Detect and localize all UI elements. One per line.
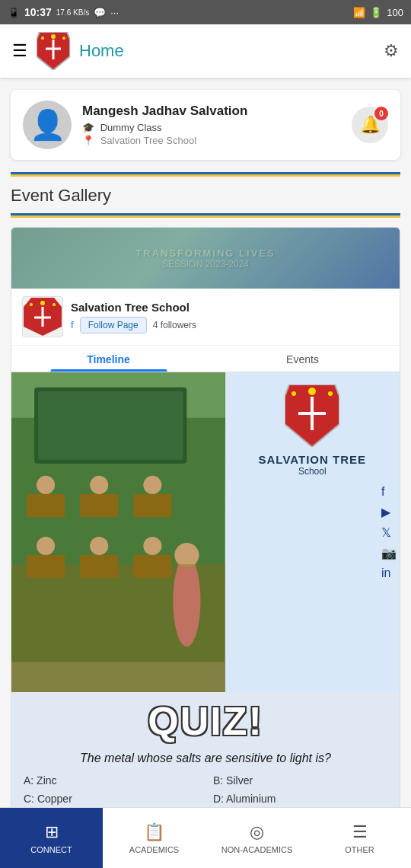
academics-icon: 📋 — [144, 822, 164, 842]
bell-wrapper: 🔔 0 — [352, 107, 388, 143]
profile-class: 🎓 Dummy Class — [82, 122, 344, 133]
social-icons-strip: f ▶ 𝕏 📷 in — [381, 485, 397, 580]
svg-rect-14 — [38, 391, 183, 460]
tab-timeline[interactable]: Timeline — [11, 346, 206, 372]
svg-point-19 — [90, 476, 108, 494]
svg-rect-21 — [27, 555, 65, 578]
avatar-icon: 👤 — [30, 108, 65, 142]
wifi-icon: 📶 — [353, 7, 365, 18]
quiz-post: SALVATION TREE School f ▶ 𝕏 📷 in QUIZ! T… — [11, 372, 400, 814]
profile-card: 👤 Mangesh Jadhav Salvation 🎓 Dummy Class… — [11, 90, 400, 160]
svg-point-8 — [40, 301, 45, 305]
battery-level: 100 — [387, 7, 403, 18]
svg-rect-16 — [80, 494, 118, 517]
svg-rect-23 — [133, 555, 171, 578]
data-speed: 17.6 KB/s — [56, 8, 89, 17]
nav-academics[interactable]: 📋 ACADEMICS — [103, 808, 206, 868]
profile-info: Mangesh Jadhav Salvation 🎓 Dummy Class 📍… — [82, 104, 344, 146]
nav-academics-label: ACADEMICS — [129, 845, 179, 854]
svg-point-4 — [62, 37, 65, 40]
school-name-large: SALVATION TREE — [259, 453, 367, 466]
quiz-option-d: D: Aluminium — [213, 793, 387, 805]
fb-tabs: Timeline Events — [11, 346, 400, 372]
header-title: Home — [79, 41, 384, 61]
svg-point-32 — [308, 388, 316, 395]
svg-point-18 — [37, 476, 55, 494]
status-left: 📱 10:37 17.6 KB/s 💬 ··· — [8, 6, 119, 18]
nav-non-academics-label: NON-ACADEMICS — [221, 845, 293, 854]
svg-rect-17 — [133, 494, 171, 517]
section-divider-2 — [11, 213, 400, 218]
profile-name: Mangesh Jadhav Salvation — [82, 104, 344, 119]
hamburger-menu[interactable]: ☰ — [12, 41, 27, 61]
facebook-icon: f — [71, 319, 74, 330]
nav-connect[interactable]: ⊞ CONNECT — [0, 808, 103, 868]
instagram-social-icon: 📷 — [381, 546, 397, 560]
notification-badge: 0 — [374, 107, 388, 120]
fb-page-logo — [22, 296, 63, 337]
fb-follow-row: f Follow Page 4 followers — [71, 317, 196, 333]
bottom-navigation: ⊞ CONNECT 📋 ACADEMICS ◎ NON-ACADEMICS ☰ … — [0, 807, 411, 868]
fb-cover-photo: TRANSFORMING LIVES SESSION 2023-2024 — [11, 228, 400, 289]
connect-icon: ⊞ — [45, 822, 59, 842]
facebook-social-icon: f — [381, 485, 397, 499]
svg-point-34 — [328, 391, 333, 396]
classroom-photo — [11, 372, 225, 692]
profile-school: 📍 Salvation Tree School — [82, 135, 344, 146]
facebook-embed: TRANSFORMING LIVES SESSION 2023-2024 Sal… — [11, 227, 400, 815]
fb-page-header: Salvation Tree School f Follow Page 4 fo… — [11, 289, 400, 346]
quiz-question: The metal whose salts are sensitive to l… — [24, 752, 387, 765]
fb-followers-count: 4 followers — [153, 320, 196, 330]
whatsapp-icon: 💬 — [94, 7, 106, 18]
school-shield-large — [285, 385, 339, 447]
location-icon: 📍 — [82, 135, 94, 146]
quiz-branding: SALVATION TREE School f ▶ 𝕏 📷 in — [225, 372, 400, 692]
settings-button[interactable]: ⚙ — [384, 41, 399, 61]
classroom-visual — [11, 372, 225, 692]
svg-rect-29 — [11, 662, 225, 692]
svg-rect-22 — [80, 555, 118, 578]
svg-point-10 — [53, 303, 56, 306]
twitter-social-icon: 𝕏 — [381, 525, 397, 540]
fb-follow-button[interactable]: Follow Page — [80, 317, 147, 333]
svg-point-2 — [51, 34, 56, 39]
quiz-option-b: B: Silver — [213, 774, 387, 787]
quiz-option-a: A: Zinc — [24, 774, 198, 787]
quiz-text-area: QUIZ! The metal whose salts are sensitiv… — [11, 692, 400, 814]
svg-point-27 — [173, 555, 200, 646]
school-sub-label: School — [298, 466, 327, 477]
quiz-options: A: Zinc B: Silver C: Copper D: Aluminium — [24, 774, 387, 805]
svg-point-9 — [30, 303, 33, 306]
status-bar: 📱 10:37 17.6 KB/s 💬 ··· 📶 🔋 100 — [0, 0, 411, 24]
linkedin-social-icon: in — [381, 566, 397, 580]
status-time: 10:37 — [24, 6, 52, 18]
section-divider — [11, 172, 400, 177]
tab-events[interactable]: Events — [206, 346, 400, 372]
nav-connect-label: CONNECT — [30, 845, 72, 854]
cap-icon: 🎓 — [82, 122, 94, 133]
non-academics-icon: ◎ — [250, 822, 264, 842]
event-gallery-title: Event Gallery — [11, 186, 400, 206]
school-logo — [37, 32, 70, 70]
nav-other[interactable]: ☰ OTHER — [308, 808, 411, 868]
sim-icon: 📱 — [8, 7, 20, 18]
fb-page-details: Salvation Tree School f Follow Page 4 fo… — [71, 301, 196, 333]
nav-non-academics[interactable]: ◎ NON-ACADEMICS — [206, 808, 308, 868]
youtube-social-icon: ▶ — [381, 505, 397, 519]
status-right: 📶 🔋 100 — [353, 7, 403, 18]
quiz-banner: QUIZ! — [24, 701, 387, 741]
quiz-image-area: SALVATION TREE School f ▶ 𝕏 📷 in — [11, 372, 400, 692]
avatar: 👤 — [23, 101, 72, 149]
other-icon: ☰ — [352, 822, 368, 842]
svg-point-26 — [143, 537, 161, 555]
svg-rect-15 — [27, 494, 65, 517]
more-icon: ··· — [110, 7, 119, 18]
svg-point-28 — [174, 543, 199, 567]
fb-page-name: Salvation Tree School — [71, 301, 196, 314]
logo-area — [37, 32, 70, 70]
nav-other-label: OTHER — [345, 845, 374, 854]
svg-point-3 — [41, 37, 44, 40]
svg-point-25 — [90, 537, 108, 555]
svg-point-20 — [143, 476, 161, 494]
header: ☰ Home ⚙ — [0, 24, 411, 78]
